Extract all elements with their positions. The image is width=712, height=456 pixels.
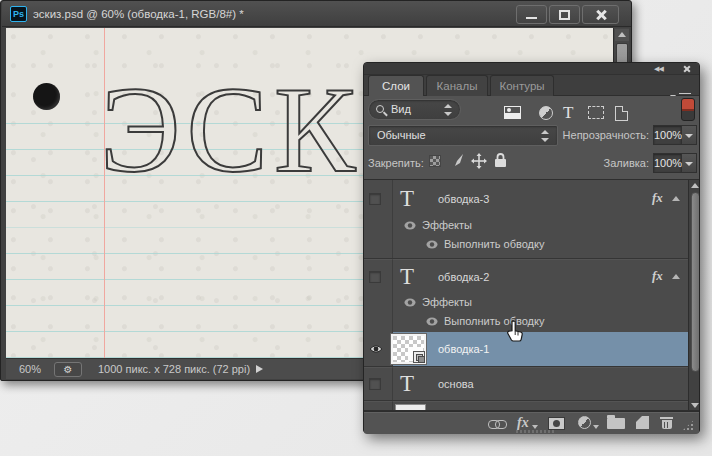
collapse-panel-icon[interactable]: ◀◀ <box>654 65 663 73</box>
layer-row[interactable]: T обводка-3 fx <box>364 184 688 214</box>
minimize-icon <box>526 17 537 19</box>
chevron-down-icon <box>685 162 693 166</box>
close-icon <box>595 9 607 21</box>
filter-type-layers-icon[interactable]: T <box>563 103 573 123</box>
titlebar[interactable]: Ps эскиз.psd @ 60% (обводка-1, RGB/8#) * <box>2 1 631 27</box>
document-info: 1000 пикс. x 728 пикс. (72 ppi) <box>98 359 250 380</box>
lock-paint-brush-icon[interactable] <box>450 153 465 168</box>
visibility-checkbox[interactable] <box>369 271 381 283</box>
status-options-button[interactable]: ⚙ <box>54 362 82 377</box>
filter-smart-objects-icon[interactable] <box>615 106 628 121</box>
filter-shape-layers-icon[interactable] <box>588 106 604 119</box>
close-button[interactable] <box>582 5 619 24</box>
partial-layer-thumbnail[interactable] <box>395 404 426 411</box>
scroll-up-button[interactable] <box>615 29 629 41</box>
chevron-down-icon <box>593 425 599 429</box>
text-layer-thumbnail[interactable]: T <box>400 187 414 211</box>
scroll-down-icon[interactable] <box>691 403 699 408</box>
opacity-label: Непрозрачность: <box>559 129 649 141</box>
fx-badge[interactable]: fx <box>652 190 663 206</box>
new-group-icon[interactable] <box>607 418 625 429</box>
tab-layers[interactable]: Слои <box>368 75 424 96</box>
scrollbar-thumb[interactable] <box>691 192 699 372</box>
filter-kind-value: Вид <box>391 100 411 119</box>
filter-adjustment-layers-icon[interactable] <box>539 106 553 120</box>
combo-arrows-icon <box>541 130 549 142</box>
visibility-checkbox[interactable] <box>369 193 381 205</box>
blend-mode-select[interactable]: Обычные <box>368 125 558 146</box>
eye-icon[interactable] <box>369 344 383 354</box>
triangle-up-icon <box>618 32 626 37</box>
eye-icon[interactable] <box>426 240 438 249</box>
photoshop-app-icon: Ps <box>10 6 27 22</box>
effects-label: Эффекты <box>422 296 472 308</box>
panel-close-icon[interactable] <box>681 63 693 75</box>
minimize-button[interactable] <box>516 5 547 24</box>
text-layer-thumbnail[interactable]: T <box>400 372 414 396</box>
lock-all-icon[interactable] <box>494 153 507 168</box>
maximize-button[interactable] <box>549 5 580 24</box>
scroll-up-icon[interactable] <box>691 183 699 188</box>
punch-hole-dot <box>33 83 60 110</box>
chevron-down-icon <box>532 425 538 429</box>
tab-channels[interactable]: Каналы <box>426 75 488 96</box>
fx-collapse-arrow-icon[interactable] <box>672 196 680 201</box>
zoom-level[interactable]: 60% <box>19 359 41 380</box>
add-layer-mask-icon[interactable] <box>548 417 565 430</box>
status-menu-arrow-icon[interactable] <box>256 365 263 373</box>
layer-name[interactable]: обводка-1 <box>438 343 489 355</box>
chevron-down-icon <box>685 134 693 138</box>
fx-collapse-arrow-icon[interactable] <box>672 274 680 279</box>
link-layers-icon[interactable] <box>488 420 506 428</box>
filter-pixel-layers-icon[interactable] <box>504 106 521 119</box>
lock-transparency-icon[interactable] <box>429 155 441 167</box>
layers-panel: ◀◀ Слои Каналы Контуры Вид T Обычные <box>363 62 700 433</box>
layer-name[interactable]: обводка-3 <box>438 193 489 205</box>
row-separator <box>364 400 688 401</box>
fill-dropdown-button[interactable] <box>682 153 697 173</box>
desktop: Ps эскиз.psd @ 60% (обводка-1, RGB/8#) *… <box>0 0 712 456</box>
adjustment-layer-icon[interactable] <box>578 416 591 429</box>
layer-row[interactable]: T обводка-2 fx <box>364 262 688 292</box>
fill-label: Заливка: <box>559 157 649 169</box>
opacity-dropdown-button[interactable] <box>682 125 697 145</box>
effect-item-row[interactable]: Выполнить обводку <box>364 236 688 254</box>
search-icon <box>376 105 384 113</box>
stroke-effect-label: Выполнить обводку <box>444 238 544 250</box>
fill-input[interactable]: 100% <box>653 153 682 173</box>
layer-list: T обводка-3 fx Эффекты Выполнить обводку… <box>364 179 699 411</box>
effects-header-row[interactable]: Эффекты <box>364 294 688 312</box>
filter-kind-select[interactable]: Вид <box>368 99 461 120</box>
lock-move-icon[interactable] <box>471 153 487 169</box>
window-title: эскиз.psd @ 60% (обводка-1, RGB/8#) * <box>33 1 244 27</box>
layer-style-fx-icon[interactable]: fx <box>517 415 529 431</box>
visibility-checkbox[interactable] <box>369 378 381 390</box>
eye-icon[interactable] <box>404 221 416 230</box>
blend-mode-value: Обычные <box>377 126 426 145</box>
lock-label: Закрепить: <box>368 157 424 169</box>
panel-topbar[interactable]: ◀◀ <box>364 63 699 75</box>
opacity-input[interactable]: 100% <box>653 125 682 145</box>
layer-name[interactable]: обводка-2 <box>438 271 489 283</box>
panel-drag-strip[interactable] <box>516 430 556 433</box>
fx-badge[interactable]: fx <box>652 268 663 284</box>
layer-name[interactable]: основа <box>438 378 474 390</box>
stroke-effect-label: Выполнить обводку <box>444 315 544 327</box>
tab-paths[interactable]: Контуры <box>490 75 554 96</box>
layer-thumbnail[interactable] <box>391 334 426 364</box>
row-separator <box>364 258 688 259</box>
maximize-icon <box>559 10 570 20</box>
eye-icon[interactable] <box>426 317 438 326</box>
delete-layer-icon[interactable] <box>660 416 673 429</box>
row-separator <box>364 366 688 367</box>
text-layer-thumbnail[interactable]: T <box>400 265 414 289</box>
smart-filter-badge-icon <box>413 351 425 363</box>
new-layer-icon[interactable] <box>636 416 649 429</box>
layer-row[interactable]: T основа <box>364 368 688 399</box>
layers-scrollbar[interactable] <box>688 180 699 411</box>
eye-icon[interactable] <box>404 298 416 307</box>
panel-controls: Вид T Обычные Непрозрачность: 100% Закре… <box>364 96 699 179</box>
hand-pointer-cursor <box>503 320 527 346</box>
effects-header-row[interactable]: Эффекты <box>364 217 688 235</box>
layer-filtering-toggle[interactable] <box>681 98 695 121</box>
